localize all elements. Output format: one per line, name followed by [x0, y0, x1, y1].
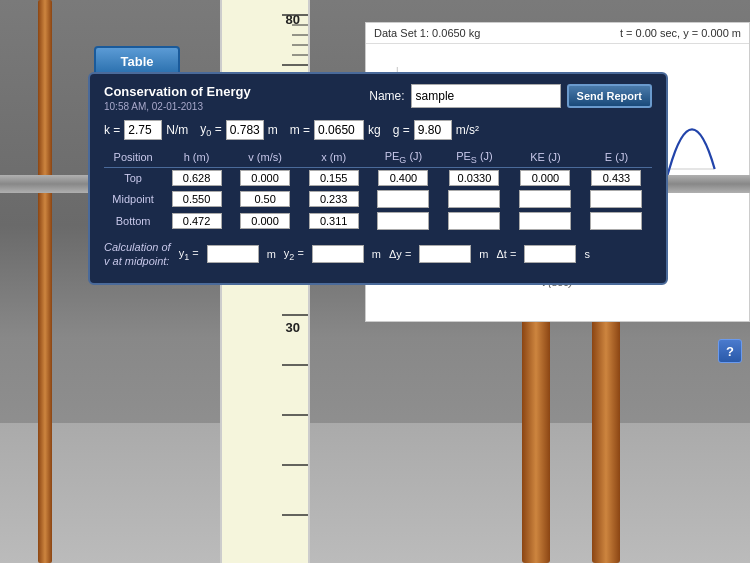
panel-header: Conservation of Energy 10:58 AM, 02-01-2…	[104, 84, 652, 112]
row-mid-ke	[510, 188, 581, 210]
row-top-pes: 0.0330	[439, 168, 510, 189]
y2-unit: m	[372, 248, 381, 260]
col-header-v: v (m/s)	[231, 148, 300, 168]
y2-input[interactable]	[312, 245, 364, 263]
row-top-x: 0.155	[299, 168, 368, 189]
panel-subtitle: 10:58 AM, 02-01-2013	[104, 101, 251, 112]
row-mid-h: 0.550	[162, 188, 231, 210]
delta-y-unit: m	[479, 248, 488, 260]
y0-input[interactable]	[226, 120, 264, 140]
mid-peg-input[interactable]	[377, 190, 429, 208]
name-row: Name: Send Report	[369, 84, 652, 108]
y2-label: y2 =	[284, 247, 304, 262]
delta-t-input[interactable]	[524, 245, 576, 263]
param-k: k = N/m	[104, 120, 188, 140]
help-button[interactable]: ?	[718, 339, 742, 363]
params-row: k = N/m y0 = m m = kg g = m/s²	[104, 120, 652, 140]
row-mid-peg	[368, 188, 439, 210]
row-bot-h: 0.472	[162, 210, 231, 232]
floor	[0, 423, 750, 563]
table-button-label: Table	[121, 54, 154, 69]
row-mid-label: Midpoint	[104, 188, 162, 210]
row-mid-v: 0.50	[231, 188, 300, 210]
main-panel: Conservation of Energy 10:58 AM, 02-01-2…	[88, 72, 668, 285]
right-post-1	[522, 280, 550, 563]
y1-label: y1 =	[179, 247, 199, 262]
col-header-e: E (J)	[581, 148, 652, 168]
chart-time-label: t = 0.00 sec, y = 0.000 m	[620, 27, 741, 39]
row-bot-e	[581, 210, 652, 232]
row-bot-ke	[510, 210, 581, 232]
data-table: Position h (m) v (m/s) x (m) PEG (J) PES…	[104, 148, 652, 232]
table-row-midpoint: Midpoint 0.550 0.50 0.233	[104, 188, 652, 210]
m-label: m =	[290, 123, 310, 137]
row-bot-label: Bottom	[104, 210, 162, 232]
row-bot-v: 0.000	[231, 210, 300, 232]
chart-header: Data Set 1: 0.0650 kg t = 0.00 sec, y = …	[366, 23, 749, 44]
chart-dataset-label: Data Set 1: 0.0650 kg	[374, 27, 480, 39]
calc-label: Calculation of v at midpoint:	[104, 240, 171, 269]
delta-y-label: Δy =	[389, 248, 411, 260]
mid-ke-input[interactable]	[519, 190, 571, 208]
row-top-v: 0.000	[231, 168, 300, 189]
calc-row: Calculation of v at midpoint: y1 = m y2 …	[104, 240, 652, 269]
right-post-2	[592, 320, 620, 563]
param-g: g = m/s²	[393, 120, 479, 140]
send-report-button[interactable]: Send Report	[567, 84, 652, 108]
delta-t-label: Δt =	[497, 248, 517, 260]
name-label: Name:	[369, 89, 404, 103]
col-header-x: x (m)	[299, 148, 368, 168]
col-header-h: h (m)	[162, 148, 231, 168]
row-top-e: 0.433	[581, 168, 652, 189]
table-row-top: Top 0.628 0.000 0.155 0.400 0.0330 0.000…	[104, 168, 652, 189]
bot-ke-input[interactable]	[519, 212, 571, 230]
col-header-position: Position	[104, 148, 162, 168]
help-button-label: ?	[726, 344, 734, 359]
k-label: k =	[104, 123, 120, 137]
row-top-peg: 0.400	[368, 168, 439, 189]
param-m: m = kg	[290, 120, 381, 140]
row-mid-x: 0.233	[299, 188, 368, 210]
k-input[interactable]	[124, 120, 162, 140]
col-header-pes: PES (J)	[439, 148, 510, 168]
row-top-label: Top	[104, 168, 162, 189]
g-unit: m/s²	[456, 123, 479, 137]
bot-e-input[interactable]	[590, 212, 642, 230]
panel-title: Conservation of Energy	[104, 84, 251, 101]
y0-label: y0 =	[200, 122, 221, 138]
y0-unit: m	[268, 123, 278, 137]
delta-t-unit: s	[584, 248, 590, 260]
left-post	[38, 0, 52, 563]
y1-unit: m	[267, 248, 276, 260]
delta-y-input[interactable]	[419, 245, 471, 263]
bot-peg-input[interactable]	[377, 212, 429, 230]
param-y0: y0 = m	[200, 120, 277, 140]
y1-input[interactable]	[207, 245, 259, 263]
table-header-row: Position h (m) v (m/s) x (m) PEG (J) PES…	[104, 148, 652, 168]
row-bot-x: 0.311	[299, 210, 368, 232]
name-input[interactable]	[411, 84, 561, 108]
col-header-peg: PEG (J)	[368, 148, 439, 168]
row-bot-peg	[368, 210, 439, 232]
mid-pes-input[interactable]	[448, 190, 500, 208]
g-label: g =	[393, 123, 410, 137]
row-top-h: 0.628	[162, 168, 231, 189]
row-top-ke: 0.000	[510, 168, 581, 189]
bot-pes-input[interactable]	[448, 212, 500, 230]
col-header-ke: KE (J)	[510, 148, 581, 168]
row-bot-pes	[439, 210, 510, 232]
k-unit: N/m	[166, 123, 188, 137]
mid-e-input[interactable]	[590, 190, 642, 208]
table-row-bottom: Bottom 0.472 0.000 0.311	[104, 210, 652, 232]
m-input[interactable]	[314, 120, 364, 140]
panel-title-group: Conservation of Energy 10:58 AM, 02-01-2…	[104, 84, 251, 112]
m-unit: kg	[368, 123, 381, 137]
g-input[interactable]	[414, 120, 452, 140]
row-mid-e	[581, 188, 652, 210]
row-mid-pes	[439, 188, 510, 210]
